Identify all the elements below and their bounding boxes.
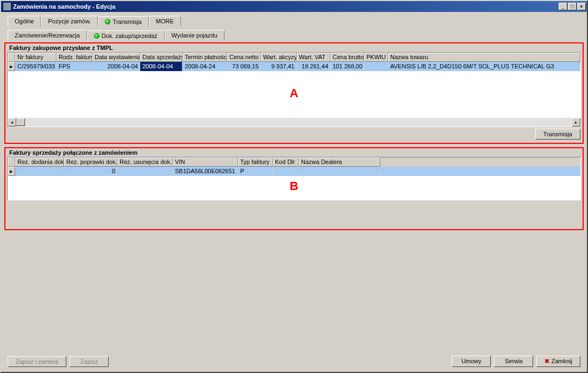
status-dot-icon: [105, 19, 110, 24]
tab-zamowienie-rezerwacja[interactable]: Zamówienie/Rezerwacja: [8, 30, 87, 41]
col-rez-dodania[interactable]: Rez. dodania dok.: [15, 157, 64, 167]
row-indicator: ▸: [8, 167, 15, 176]
tab-dok-zakup-sprzedaz[interactable]: Dok. zakup/sprzedaż: [87, 30, 165, 41]
panel-faktury-sprzedazy: Faktury sprzedaży połączone z zamówienie…: [4, 147, 584, 230]
col-nazwa-towaru[interactable]: Nazwa towaru: [388, 53, 580, 62]
hscrollbar[interactable]: ◂ ▸: [8, 118, 580, 127]
transmisja-button[interactable]: Transmisja: [535, 129, 580, 140]
scroll-left-icon[interactable]: ◂: [8, 118, 16, 127]
primary-tabs: Ogólne Pozycje zamów. Transmisja MORE: [8, 15, 584, 27]
tab-transmisja[interactable]: Transmisja: [98, 16, 148, 27]
cell-vin: SB1DA56L00E082651: [173, 167, 238, 176]
grid-b: Rez. dodania dok. Rez. poprawki dok. Rez…: [7, 157, 581, 200]
col-cena-brutto[interactable]: Cena brutto: [330, 53, 364, 62]
close-x-icon: ✖: [545, 358, 549, 364]
close-button[interactable]: ×: [577, 3, 586, 10]
col-rez-poprawki[interactable]: Rez. poprawki dok.: [64, 157, 117, 167]
col-termin-platnosci[interactable]: Termin płatności: [183, 53, 227, 62]
serwis-button[interactable]: Serwis: [494, 356, 533, 367]
cell-kod: [273, 167, 299, 176]
col-cena-netto[interactable]: Cena netto: [227, 53, 261, 62]
cell-typf: P: [238, 167, 273, 176]
col-kod-dlr[interactable]: Kod Dlr: [273, 157, 299, 167]
scroll-thumb[interactable]: [16, 118, 25, 126]
panel-b-title: Faktury sprzedaży połączone z zamówienie…: [7, 148, 581, 157]
table-row[interactable]: ▸ C/295979/033 FPS 2008-04-04 2008-04-04…: [8, 62, 580, 71]
cell-brutto: 101 268,00: [330, 62, 364, 71]
tab-more[interactable]: MORE: [149, 16, 181, 27]
cell-dataw: 2008-04-04: [92, 62, 140, 71]
col-data-sprzedazy[interactable]: Data sprzedaży: [140, 53, 183, 62]
row-indicator: ▸: [8, 62, 15, 71]
col-wart-akcyzy[interactable]: Wart. akcyzy: [261, 53, 297, 62]
row-indicator-header: [8, 53, 15, 62]
tab-ogolne[interactable]: Ogólne: [8, 16, 41, 27]
col-pkwiu[interactable]: PKWIU: [364, 53, 388, 62]
cell-rodz: FPS: [57, 62, 92, 71]
cell-vat: 18 261,44: [297, 62, 330, 71]
panel-a-title: Faktury zakupowe przysłane z TMPL: [7, 43, 581, 52]
maximize-button[interactable]: □: [568, 3, 577, 10]
cell-termin: 2008-04-24: [183, 62, 227, 71]
cell-netto: 73 069,15: [227, 62, 261, 71]
zapisz-button: Zapisz: [70, 356, 109, 367]
tab-wydanie-pojazdu[interactable]: Wydanie pojazdu: [165, 30, 224, 41]
minimize-button[interactable]: _: [559, 3, 567, 10]
cell-dealer: [299, 167, 380, 176]
footer-bar: Zapisz i zamknij Zapisz Umowy Serwis ✖Za…: [4, 353, 584, 369]
cell-popr: 0: [64, 167, 117, 176]
table-row[interactable]: ▸ 0 SB1DA56L00E082651 P: [8, 167, 580, 176]
col-rodz-faktury[interactable]: Rodz. faktury: [57, 53, 92, 62]
scroll-right-icon[interactable]: ▸: [572, 118, 580, 127]
panel-faktury-zakupowe: Faktury zakupowe przysłane z TMPL Nr fak…: [4, 42, 584, 144]
grid-b-body: B: [8, 176, 580, 200]
cell-pkwiu: [364, 62, 388, 71]
status-dot-icon: [94, 33, 99, 39]
app-icon: [3, 3, 11, 10]
cell-akcyza: 9 937,41: [261, 62, 297, 71]
cell-usun: [117, 167, 173, 176]
titlebar: Zamówienia na samochody - Edycja _ □ ×: [1, 1, 587, 12]
annotation-a: A: [290, 86, 298, 100]
secondary-tabs: Zamówienie/Rezerwacja Dok. zakup/sprzeda…: [8, 29, 584, 41]
window-title: Zamówienia na samochody - Edycja: [13, 3, 115, 10]
col-data-wystawienia[interactable]: Data wystawienia: [92, 53, 140, 62]
cell-datas[interactable]: 2008-04-04: [140, 62, 183, 71]
col-wart-vat[interactable]: Wart. VAT: [297, 53, 330, 62]
col-nr-faktury[interactable]: Nr faktury: [15, 53, 57, 62]
cell-towar: AVENSIS L/B 2,2_D4D150 6M/T SOL_PLUS TEC…: [388, 62, 580, 71]
cell-nr: C/295979/033: [15, 62, 57, 71]
zamknij-button[interactable]: ✖Zamknij: [536, 356, 580, 367]
cell-dod: [15, 167, 64, 176]
tab-pozycje[interactable]: Pozycje zamów.: [41, 16, 98, 27]
col-typ-faktury[interactable]: Typ faktury: [238, 157, 273, 167]
zapisz-i-zamknij-button: Zapisz i zamknij: [8, 356, 66, 367]
col-nazwa-dealera[interactable]: Nazwa Dealera: [299, 157, 380, 167]
grid-a: Nr faktury Rodz. faktury Data wystawieni…: [7, 52, 581, 127]
row-indicator-header: [8, 157, 15, 167]
col-vin[interactable]: VIN: [173, 157, 238, 167]
grid-a-body: A: [8, 71, 580, 118]
umowy-button[interactable]: Umowy: [452, 356, 491, 367]
col-rez-usuniecia[interactable]: Rez. usunięcia dok.: [117, 157, 173, 167]
annotation-b: B: [290, 179, 298, 193]
